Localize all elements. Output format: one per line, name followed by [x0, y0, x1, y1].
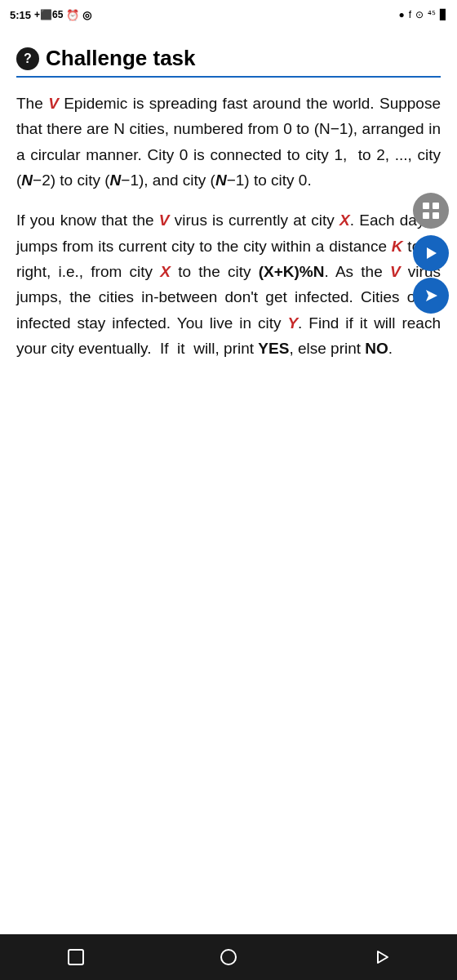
- nav-home-button[interactable]: [208, 942, 249, 972]
- city-x-1: X: [339, 212, 350, 229]
- paragraph-2: If you know that the V virus is currentl…: [16, 207, 441, 361]
- virus-v-2: V: [159, 212, 170, 229]
- status-left: 5:15 +⬛65 ⏰ ◎: [10, 9, 91, 21]
- svg-marker-4: [427, 247, 437, 259]
- send-button[interactable]: [413, 278, 449, 314]
- svg-marker-8: [378, 951, 388, 963]
- signal-icon: ⊙: [415, 9, 424, 20]
- status-bar: 5:15 +⬛65 ⏰ ◎ ● f ⊙ ⁴⁵ ▊: [0, 0, 457, 29]
- virus-v-3: V: [390, 263, 401, 280]
- dot-icon: ●: [398, 9, 404, 20]
- city-x-2: X: [160, 263, 171, 280]
- svg-rect-2: [423, 212, 429, 219]
- main-content: ? Challenge task The V Epidemic is sprea…: [0, 29, 457, 934]
- nav-recents-button[interactable]: [361, 942, 402, 972]
- challenge-title-text: Challenge task: [46, 46, 196, 71]
- status-right: ● f ⊙ ⁴⁵ ▊: [398, 9, 447, 20]
- challenge-icon: ?: [16, 47, 39, 70]
- side-buttons-container: [413, 193, 449, 314]
- svg-rect-6: [69, 950, 83, 964]
- facebook-icon: f: [409, 9, 411, 20]
- clock-icon: ⏰: [66, 9, 79, 21]
- sim-icon: +⬛65: [34, 9, 63, 20]
- svg-point-7: [221, 950, 236, 964]
- wifi-signal: ⁴⁵: [428, 9, 436, 20]
- city-y: Y: [287, 314, 298, 332]
- at-icon: ◎: [82, 9, 91, 21]
- paragraph-1: The V Epidemic is spreading fast around …: [16, 91, 441, 193]
- svg-rect-0: [423, 203, 429, 209]
- svg-rect-3: [433, 212, 439, 219]
- challenge-title-container: ? Challenge task: [16, 46, 441, 78]
- time-display: 5:15: [10, 9, 31, 21]
- grid-button[interactable]: [413, 193, 449, 229]
- play-button[interactable]: [413, 235, 449, 271]
- svg-rect-1: [433, 203, 439, 209]
- n-minus-2: N: [21, 172, 33, 189]
- virus-v-1: V: [48, 95, 59, 112]
- no-text: NO: [365, 340, 388, 357]
- nav-bar: [0, 934, 457, 980]
- signal-bars: ▊: [440, 9, 447, 20]
- yes-text: YES: [258, 340, 289, 357]
- formula-xk: (X+K)%N: [259, 263, 325, 280]
- svg-marker-5: [426, 290, 437, 301]
- n-minus-1-b: N: [215, 172, 227, 189]
- distance-k: K: [392, 238, 403, 255]
- nav-back-button[interactable]: [55, 942, 96, 972]
- n-minus-1-a: N: [110, 172, 122, 189]
